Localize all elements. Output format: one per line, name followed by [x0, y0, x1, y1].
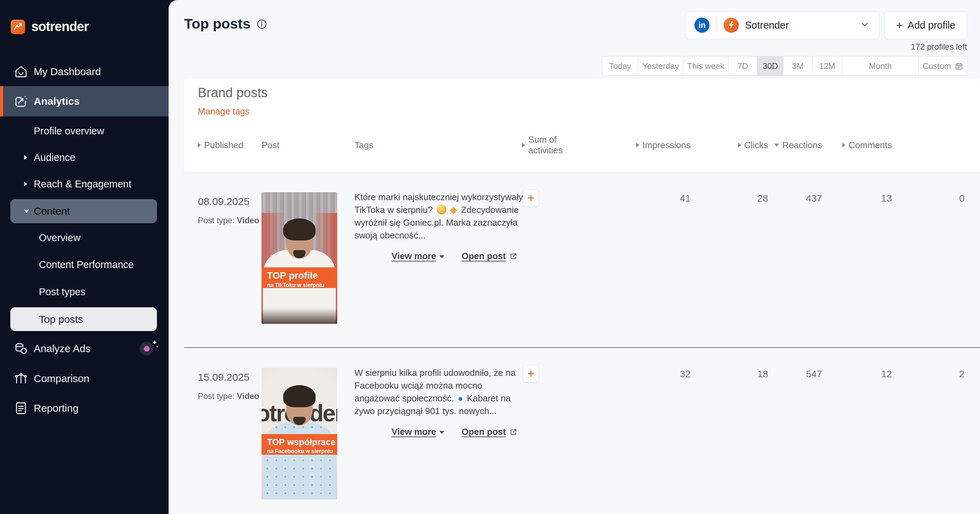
range-3m[interactable]: 3M [783, 56, 812, 75]
add-tag-button[interactable]: + [523, 190, 539, 207]
external-link-icon [509, 428, 517, 436]
comparison-icon [13, 371, 29, 386]
view-more-link[interactable]: View more [391, 251, 445, 262]
range-month[interactable]: Month [842, 56, 918, 75]
column-impressions[interactable]: Impressions [563, 134, 690, 156]
sort-desc-icon [774, 144, 779, 147]
column-tags: Tags [355, 134, 523, 156]
post-date: 15.09.2025 [198, 371, 261, 383]
sidebar-item-analytics[interactable]: Analytics [0, 86, 169, 117]
column-post: Post [261, 134, 355, 156]
section-title: Brand posts [198, 85, 268, 100]
open-post-link[interactable]: Open post [461, 426, 517, 437]
sidebar-item-profile-overview[interactable]: Profile overview [0, 121, 169, 141]
sidebar-item-label: Content [34, 205, 70, 217]
sidebar-item-label: Comparison [34, 373, 89, 385]
ai-sparkle-badge-icon: ✦✦ [140, 342, 153, 356]
sidebar-item-content-performance[interactable]: Content Performance [0, 254, 169, 275]
sidebar-item-label: Analytics [34, 96, 80, 107]
sidebar-item-label: Post types [39, 286, 85, 298]
range-this-week[interactable]: This week [683, 56, 728, 75]
sum-of-activities-value: 32 [563, 348, 690, 514]
sidebar-item-reach-engagement[interactable]: Reach & Engagement [0, 174, 169, 194]
clicks-value: 547 [768, 348, 822, 514]
sotrender-logo-icon [11, 20, 25, 34]
sidebar-item-label: Overview [39, 232, 81, 244]
range-7d[interactable]: 7D [728, 56, 757, 75]
sidebar: sotrender My Dashboard Analytics [0, 0, 169, 514]
sort-asc-icon [636, 143, 640, 147]
post-date: 08.09.2025 [198, 196, 261, 208]
column-reactions[interactable]: Reactions [768, 134, 822, 156]
divider [716, 17, 717, 33]
sidebar-item-overview[interactable]: Overview [0, 227, 169, 248]
post-text: Które marki najskuteczniej wykorzystywał… [355, 191, 527, 242]
main-content: Top posts in Sotrender + Add profile 172… [169, 0, 980, 514]
range-30d[interactable]: 30D [757, 56, 783, 75]
view-more-link[interactable]: View more [391, 426, 445, 437]
sidebar-item-content[interactable]: Content [10, 199, 157, 223]
reactions-value: 13 [822, 172, 892, 347]
column-sum-of-activities[interactable]: Sum of activities [523, 134, 563, 156]
published-cell: 15.09.2025 Post type: Video [184, 348, 261, 514]
add-tag-button[interactable]: + [523, 365, 539, 382]
column-clicks[interactable]: Clicks [690, 134, 768, 156]
sidebar-item-label: Profile overview [34, 125, 104, 137]
plus-icon: + [896, 19, 903, 31]
range-yesterday[interactable]: Yesterday [638, 56, 683, 75]
range-today[interactable]: Today [602, 56, 638, 75]
sidebar-item-my-dashboard[interactable]: My Dashboard [0, 61, 169, 82]
caret-down-icon [439, 431, 444, 434]
thinking-face-emoji [437, 204, 446, 214]
sidebar-item-label: My Dashboard [34, 66, 101, 78]
external-link-icon [509, 252, 517, 260]
impressions-value: 18 [690, 348, 768, 514]
range-12m[interactable]: 12M [812, 56, 842, 75]
column-comments[interactable]: Comments [822, 134, 892, 156]
post-thumbnail[interactable]: otrender TOP współprace na Facebooku w s… [261, 368, 337, 500]
reporting-icon [13, 400, 29, 416]
sidebar-item-post-types[interactable]: Post types [0, 281, 169, 302]
posts-table-body: 08.09.2025 Post type: Video TOP profile [184, 172, 980, 514]
ads-icon [13, 341, 29, 356]
sidebar-item-label: Content Performance [39, 259, 134, 270]
sort-asc-icon [522, 143, 525, 147]
sort-asc-icon [198, 143, 201, 147]
profile-name: Sotrender [745, 20, 789, 31]
analytics-icon [13, 93, 29, 109]
add-profile-button[interactable]: + Add profile [885, 11, 967, 39]
post-text: W sierpniu kilka profili udowodniło, że … [355, 367, 527, 418]
sidebar-item-top-posts[interactable]: Top posts [10, 307, 157, 331]
published-cell: 08.09.2025 Post type: Video [184, 172, 261, 347]
column-published[interactable]: Published [184, 134, 261, 156]
table-header: Published Post Tags Sum of activities Im… [184, 134, 964, 156]
profile-avatar [724, 18, 739, 33]
sidebar-item-label: Reporting [34, 402, 78, 414]
sidebar-item-comparison[interactable]: Comparison [0, 368, 169, 389]
manage-tags-link[interactable]: Manage tags [198, 106, 250, 117]
range-custom[interactable]: Custom [918, 56, 967, 75]
page-title: Top posts [184, 16, 250, 32]
chevron-right-icon [24, 155, 27, 160]
info-icon[interactable] [256, 18, 268, 30]
sidebar-item-reporting[interactable]: Reporting [0, 398, 169, 418]
caret-down-icon [439, 255, 444, 259]
sidebar-item-label: Reach & Engagement [34, 179, 132, 190]
sidebar-item-label: Audience [34, 152, 75, 163]
sotrender-logo[interactable]: sotrender [11, 19, 88, 34]
sort-asc-icon [738, 143, 741, 147]
sidebar-item-analyze-ads[interactable]: Analyze Ads ✦✦ [0, 338, 169, 359]
post-thumbnail-cell: TOP profile na TikToku w sierpniu [261, 172, 355, 347]
chevron-down-icon [24, 210, 29, 213]
brand-name: sotrender [31, 19, 88, 34]
profile-selector[interactable]: in Sotrender [685, 11, 879, 39]
sidebar-item-audience[interactable]: Audience [0, 147, 169, 168]
date-range-picker: Today Yesterday This week 7D 30D 3M 12M … [602, 56, 967, 76]
chevron-right-icon [24, 182, 27, 187]
post-thumbnail-cell: otrender TOP współprace na Facebooku w s… [261, 348, 355, 514]
post-thumbnail[interactable]: TOP profile na TikToku w sierpniu [261, 192, 337, 324]
sort-asc-icon [842, 143, 845, 147]
reactions-value: 12 [822, 348, 892, 514]
home-icon [13, 64, 29, 80]
open-post-link[interactable]: Open post [461, 251, 517, 262]
